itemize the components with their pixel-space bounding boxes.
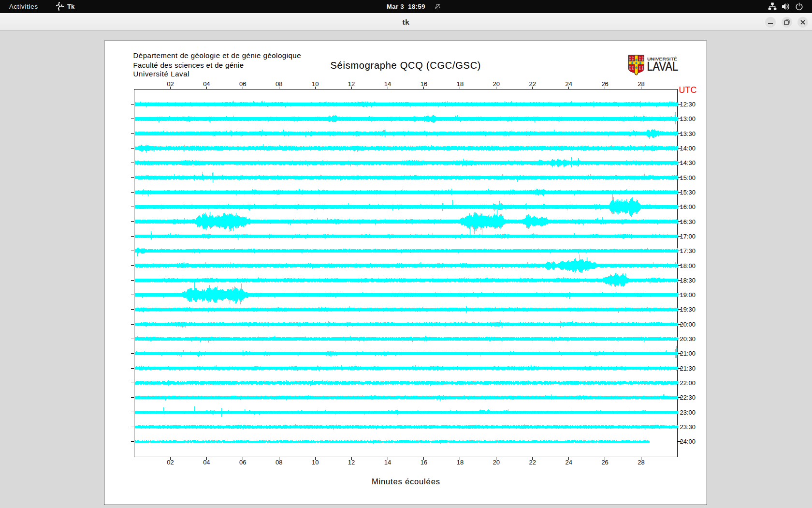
svg-text:08: 08	[276, 459, 282, 466]
svg-text:22: 22	[529, 80, 536, 88]
svg-text:18:30: 18:30	[680, 277, 696, 284]
svg-text:Université Laval: Université Laval	[133, 70, 189, 78]
svg-text:26: 26	[601, 459, 608, 466]
svg-text:22: 22	[529, 459, 536, 466]
svg-text:26: 26	[601, 80, 608, 88]
svg-text:16: 16	[420, 80, 427, 88]
svg-text:UTC: UTC	[679, 85, 697, 95]
svg-text:24:00: 24:00	[680, 438, 696, 445]
svg-text:14: 14	[384, 459, 391, 466]
svg-text:28: 28	[638, 80, 644, 88]
svg-text:24: 24	[565, 459, 572, 466]
svg-text:12: 12	[348, 80, 355, 88]
svg-text:18: 18	[457, 80, 464, 88]
svg-text:15:30: 15:30	[680, 189, 696, 196]
svg-text:20: 20	[493, 80, 500, 88]
svg-text:08: 08	[276, 80, 282, 88]
svg-text:21:30: 21:30	[680, 365, 696, 372]
svg-text:20: 20	[493, 459, 500, 466]
svg-text:LAVAL: LAVAL	[647, 60, 679, 73]
svg-text:28: 28	[638, 459, 644, 466]
svg-text:22:30: 22:30	[680, 394, 696, 401]
svg-text:16: 16	[420, 459, 427, 466]
svg-text:19:30: 19:30	[680, 306, 696, 313]
svg-text:Département de géologie et de: Département de géologie et de génie géol…	[133, 51, 301, 60]
svg-text:14:00: 14:00	[680, 145, 696, 152]
svg-text:19:00: 19:00	[680, 291, 696, 299]
svg-text:13:30: 13:30	[680, 130, 696, 137]
svg-text:15:00: 15:00	[680, 174, 696, 181]
svg-text:06: 06	[239, 459, 246, 466]
svg-text:16:00: 16:00	[680, 203, 696, 210]
svg-text:23:30: 23:30	[680, 423, 696, 431]
svg-text:10: 10	[312, 80, 319, 88]
svg-text:Minutes écoulées: Minutes écoulées	[372, 477, 440, 486]
svg-text:12:30: 12:30	[680, 101, 696, 108]
svg-text:17:00: 17:00	[680, 233, 696, 240]
svg-text:12: 12	[348, 459, 355, 466]
svg-text:06: 06	[239, 80, 246, 88]
svg-text:02: 02	[167, 459, 174, 466]
svg-text:Faculté des sciences et de gén: Faculté des sciences et de génie	[133, 61, 244, 69]
svg-text:13:00: 13:00	[680, 115, 696, 122]
svg-text:18: 18	[457, 459, 464, 466]
svg-text:02: 02	[167, 80, 174, 88]
svg-text:14:30: 14:30	[680, 159, 696, 166]
svg-text:21:00: 21:00	[680, 350, 696, 357]
svg-text:17:30: 17:30	[680, 247, 696, 254]
svg-text:18:00: 18:00	[680, 262, 696, 269]
svg-text:Séismographe QCQ (CGC/GSC): Séismographe QCQ (CGC/GSC)	[331, 60, 481, 71]
svg-text:04: 04	[203, 80, 210, 88]
svg-text:23:00: 23:00	[680, 409, 696, 416]
svg-text:04: 04	[203, 459, 210, 466]
svg-text:22:00: 22:00	[680, 379, 696, 387]
svg-text:20:30: 20:30	[680, 335, 696, 343]
svg-text:14: 14	[384, 80, 391, 88]
svg-text:24: 24	[565, 80, 572, 88]
svg-text:20:00: 20:00	[680, 321, 696, 328]
svg-text:10: 10	[312, 459, 319, 466]
svg-text:16:30: 16:30	[680, 218, 696, 225]
